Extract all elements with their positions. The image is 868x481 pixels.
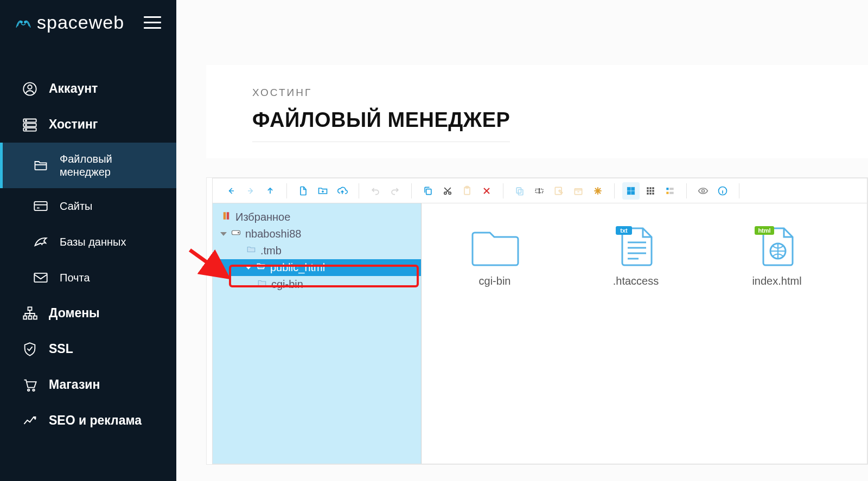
copy-button[interactable] bbox=[419, 182, 437, 200]
sidebar-item-filemanager[interactable]: Файловый менеджер bbox=[0, 143, 176, 188]
cart-icon bbox=[22, 377, 38, 393]
forward-button[interactable] bbox=[242, 182, 259, 200]
delete-button[interactable] bbox=[478, 182, 495, 200]
paste-button[interactable] bbox=[458, 182, 476, 200]
svg-point-8 bbox=[25, 125, 27, 126]
rename-button[interactable] bbox=[531, 182, 548, 200]
file-item-folder[interactable]: cgi-bin bbox=[454, 225, 535, 287]
tree-label: Избранное bbox=[235, 211, 290, 223]
duplicate-button[interactable] bbox=[511, 182, 528, 200]
sidebar-item-account[interactable]: Аккаунт bbox=[0, 71, 176, 107]
shield-icon bbox=[22, 341, 38, 357]
svg-rect-18 bbox=[426, 189, 431, 194]
tree-label: .tmb bbox=[260, 245, 282, 257]
svg-point-50 bbox=[238, 232, 239, 233]
sidebar-item-label: SEO и реклама bbox=[49, 413, 142, 428]
svg-point-16 bbox=[28, 389, 30, 392]
card-icon bbox=[33, 198, 49, 214]
svg-rect-35 bbox=[647, 190, 648, 191]
newfile-button[interactable] bbox=[295, 182, 312, 200]
upload-button[interactable] bbox=[334, 182, 351, 200]
view-icons-large-button[interactable] bbox=[622, 182, 640, 200]
svg-rect-28 bbox=[627, 187, 630, 190]
folder-tree: Избранное nbaboshi88 .tmb public_ bbox=[213, 203, 422, 464]
page-title: ФАЙЛОВЫЙ МЕНЕДЖЕР bbox=[252, 108, 510, 142]
hamburger-menu-icon[interactable] bbox=[144, 16, 161, 29]
view-list-button[interactable] bbox=[661, 182, 679, 200]
view-icons-small-button[interactable] bbox=[642, 182, 659, 200]
tree-favorites[interactable]: Избранное bbox=[213, 209, 421, 226]
sitemap-icon bbox=[22, 305, 38, 322]
back-button[interactable] bbox=[222, 182, 240, 200]
up-button[interactable] bbox=[261, 182, 279, 200]
expand-icon bbox=[220, 232, 227, 236]
extract-button[interactable] bbox=[589, 182, 607, 200]
svg-rect-37 bbox=[652, 190, 654, 191]
tree-node-public-html[interactable]: public_html bbox=[213, 259, 421, 276]
svg-rect-15 bbox=[34, 316, 37, 319]
svg-rect-14 bbox=[29, 316, 32, 319]
svg-point-17 bbox=[33, 389, 35, 392]
svg-rect-13 bbox=[23, 316, 27, 319]
page-header: ХОСТИНГ ФАЙЛОВЫЙ МЕНЕДЖЕР bbox=[206, 65, 868, 158]
svg-point-45 bbox=[702, 189, 705, 192]
edit-button[interactable] bbox=[550, 182, 567, 200]
sidebar-item-domains[interactable]: Домены bbox=[0, 296, 176, 331]
tree-node-tmb[interactable]: .tmb bbox=[213, 242, 421, 259]
svg-rect-34 bbox=[652, 187, 654, 189]
mail-icon bbox=[33, 270, 49, 286]
breadcrumb: ХОСТИНГ bbox=[252, 87, 835, 99]
svg-rect-48 bbox=[227, 212, 229, 220]
logo[interactable]: spaceweb bbox=[15, 12, 124, 33]
info-button[interactable] bbox=[714, 182, 731, 200]
cut-button[interactable] bbox=[439, 182, 456, 200]
tree-root[interactable]: nbaboshi88 bbox=[213, 226, 421, 242]
preview-button[interactable] bbox=[694, 182, 712, 200]
svg-rect-32 bbox=[647, 187, 648, 189]
logo-icon bbox=[15, 15, 31, 31]
svg-rect-41 bbox=[666, 188, 668, 190]
sidebar-item-mail[interactable]: Почта bbox=[0, 260, 176, 296]
svg-rect-33 bbox=[649, 187, 651, 189]
file-item-txt[interactable]: txt .htaccess bbox=[595, 225, 676, 287]
folder-icon bbox=[470, 225, 519, 267]
svg-rect-42 bbox=[666, 191, 668, 194]
expand-icon bbox=[245, 266, 252, 270]
svg-rect-12 bbox=[28, 307, 32, 310]
svg-rect-47 bbox=[224, 212, 226, 220]
folder-open-icon bbox=[255, 261, 267, 274]
svg-point-3 bbox=[28, 85, 31, 89]
sidebar-item-databases[interactable]: Базы данных bbox=[0, 224, 176, 260]
fm-toolbar bbox=[213, 178, 867, 203]
sidebar-item-label: Магазин bbox=[49, 377, 100, 393]
sidebar-item-sites[interactable]: Сайты bbox=[0, 188, 176, 224]
svg-text:html: html bbox=[758, 227, 770, 234]
folder-icon bbox=[256, 278, 268, 291]
file-grid: cgi-bin txt .htaccess html index.html bbox=[422, 203, 867, 464]
svg-text:txt: txt bbox=[620, 227, 628, 234]
svg-rect-43 bbox=[669, 188, 674, 190]
main-content: ХОСТИНГ ФАЙЛОВЫЙ МЕНЕДЖЕР bbox=[176, 0, 868, 481]
svg-rect-31 bbox=[631, 191, 635, 194]
redo-button[interactable] bbox=[386, 182, 404, 200]
file-name: cgi-bin bbox=[479, 275, 511, 287]
newfolder-button[interactable] bbox=[314, 182, 331, 200]
undo-button[interactable] bbox=[367, 182, 384, 200]
file-item-html[interactable]: html index.html bbox=[736, 225, 818, 287]
folder-icon bbox=[245, 245, 257, 257]
svg-rect-10 bbox=[34, 202, 47, 210]
tree-node-cgi-bin[interactable]: cgi-bin bbox=[213, 276, 421, 293]
logo-text: spaceweb bbox=[37, 12, 124, 33]
sidebar-item-ssl[interactable]: SSL bbox=[0, 331, 176, 367]
tree-label: public_html bbox=[270, 261, 325, 274]
sidebar-item-shop[interactable]: Магазин bbox=[0, 367, 176, 403]
folder-icon bbox=[33, 157, 49, 174]
svg-point-19 bbox=[444, 192, 446, 194]
archive-button[interactable] bbox=[570, 182, 587, 200]
sidebar-item-hosting[interactable]: Хостинг bbox=[0, 107, 176, 143]
svg-rect-36 bbox=[649, 190, 651, 191]
sidebar-item-seo[interactable]: SEO и реклама bbox=[0, 403, 176, 439]
sidebar-item-label: Хостинг bbox=[49, 117, 98, 132]
svg-rect-24 bbox=[519, 189, 523, 195]
sidebar-item-label: Аккаунт bbox=[49, 81, 98, 97]
